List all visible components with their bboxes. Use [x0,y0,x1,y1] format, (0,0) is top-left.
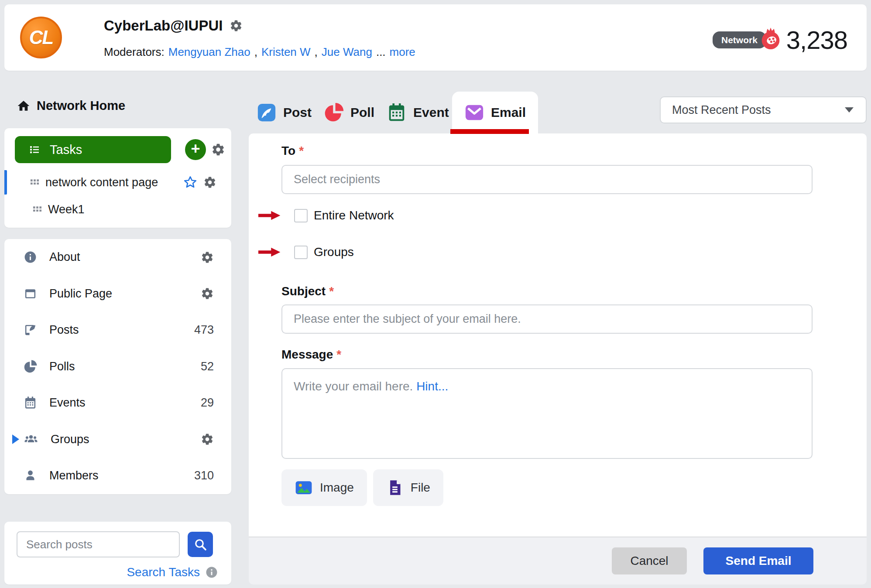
tasks-button[interactable]: Tasks [15,136,171,163]
required-asterisk: * [336,348,341,361]
page-title: CyberLab@IUPUI [104,17,223,34]
tab-label: Event [413,105,449,120]
sort-dropdown-value: Most Recent Posts [672,103,771,117]
moderators-label: Moderators: [104,45,165,59]
current-item-arrow [12,434,19,444]
moderators-line: Moderators: Mengyuan Zhao , Kristen W , … [104,45,415,59]
tasks-panel: Tasks + network content page Week1 [4,128,231,228]
subject-field-label: Subject* [281,284,334,298]
groups-settings-gear-icon[interactable] [201,433,214,446]
logo-text: CL [29,27,53,48]
moderators-more-link[interactable]: more [390,45,415,59]
favorite-star-icon[interactable] [183,175,197,189]
network-header: CL CyberLab@IUPUI Moderators: Mengyuan Z… [4,4,867,71]
sidebar-item-about[interactable]: About [24,239,214,276]
cancel-button[interactable]: Cancel [612,547,687,574]
task-item-label: Week1 [48,203,85,216]
pen-icon [24,323,37,337]
entire-network-label: Entire Network [314,209,394,222]
grid-icon [31,204,43,215]
sidebar-item-groups[interactable]: Groups [24,421,214,458]
posts-count: 473 [194,323,214,337]
info-icon [24,250,37,264]
subject-input[interactable] [281,304,813,334]
sidebar-item-polls[interactable]: Polls 52 [24,349,214,385]
attach-file-label: File [411,481,430,495]
sidebar-item-label: Polls [49,360,75,373]
plus-icon: + [191,139,200,158]
public-page-settings-gear-icon[interactable] [201,287,214,300]
task-item-week1[interactable]: Week1 [4,198,231,221]
page: CL CyberLab@IUPUI Moderators: Mengyuan Z… [0,0,871,588]
required-asterisk: * [329,284,334,298]
separator: , [254,45,257,59]
sidebar-item-label: Posts [49,323,79,337]
event-calendar-icon [387,103,407,123]
info-icon[interactable] [205,566,218,579]
sidebar-menu: About Public Page Posts 473 Polls 52 Eve… [4,239,231,494]
separator: , [315,45,318,59]
send-email-button[interactable]: Send Email [703,547,813,574]
search-tasks-link[interactable]: Search Tasks [127,565,200,579]
tasks-settings-gear-icon[interactable] [211,143,225,157]
tab-poll[interactable]: Poll [324,92,374,133]
tab-label: Email [491,105,526,120]
tab-label: Poll [350,105,374,120]
network-home-label: Network Home [37,99,125,113]
polls-count: 52 [201,360,214,373]
task-settings-gear-icon[interactable] [203,176,216,189]
network-member-count: 3,238 [786,25,847,55]
message-placeholder: Write your email here. [294,379,413,393]
attach-file-button[interactable]: File [373,469,443,506]
tab-label: Post [283,105,312,120]
tab-email-active[interactable]: Email [452,92,538,133]
chevron-down-icon [845,107,854,113]
file-document-icon [386,479,404,496]
recipients-input[interactable] [281,165,813,194]
ellipsis: ... [376,45,386,59]
sort-dropdown[interactable]: Most Recent Posts [660,96,867,123]
sidebar-item-label: Events [49,396,86,410]
tasks-button-label: Tasks [50,143,82,157]
task-item-network-content-page[interactable]: network content page [4,170,231,195]
tab-post[interactable]: Post [257,92,312,133]
search-posts-input[interactable] [17,531,180,557]
message-textarea[interactable]: Write your email here. Hint... [281,368,813,459]
network-settings-gear-icon[interactable] [230,19,243,32]
sidebar-item-posts[interactable]: Posts 473 [24,312,214,349]
people-icon [24,432,38,447]
network-logo-avatar[interactable]: CL [20,17,62,58]
moderator-link-2[interactable]: Kristen W [261,45,311,59]
poll-pie-icon [324,103,344,123]
window-icon [24,287,37,301]
groups-checkbox[interactable] [294,246,308,259]
moderator-link-1[interactable]: Mengyuan Zhao [168,45,250,59]
hint-link[interactable]: Hint... [416,379,448,393]
sidebar-item-events[interactable]: Events 29 [24,385,214,421]
tab-event[interactable]: Event [387,92,449,133]
search-button[interactable] [188,532,213,557]
sidebar-item-label: About [49,250,80,264]
sidebar-item-members[interactable]: Members 310 [24,458,214,494]
email-envelope-icon [464,103,484,123]
to-field-label: To* [281,144,304,158]
attach-image-button[interactable]: Image [281,469,367,506]
form-action-bar: Cancel Send Email [249,537,867,585]
message-field-label: Message* [281,348,341,362]
groups-option-row: Groups [249,245,354,259]
sidebar-item-label: Members [49,469,99,482]
home-icon [17,99,31,113]
add-task-button[interactable]: + [185,139,206,160]
about-settings-gear-icon[interactable] [201,251,214,264]
network-home-link[interactable]: Network Home [17,99,125,113]
sidebar-item-label: Groups [51,433,89,446]
entire-network-checkbox[interactable] [294,209,308,222]
post-icon [257,103,277,123]
sidebar-item-public-page[interactable]: Public Page [24,276,214,312]
person-icon [24,469,37,482]
pomegranate-icon [758,26,783,51]
search-panel: Search Tasks [4,522,231,585]
required-asterisk: * [299,144,304,157]
moderator-link-3[interactable]: Jue Wang [322,45,372,59]
annotation-arrow-icon [258,209,281,222]
